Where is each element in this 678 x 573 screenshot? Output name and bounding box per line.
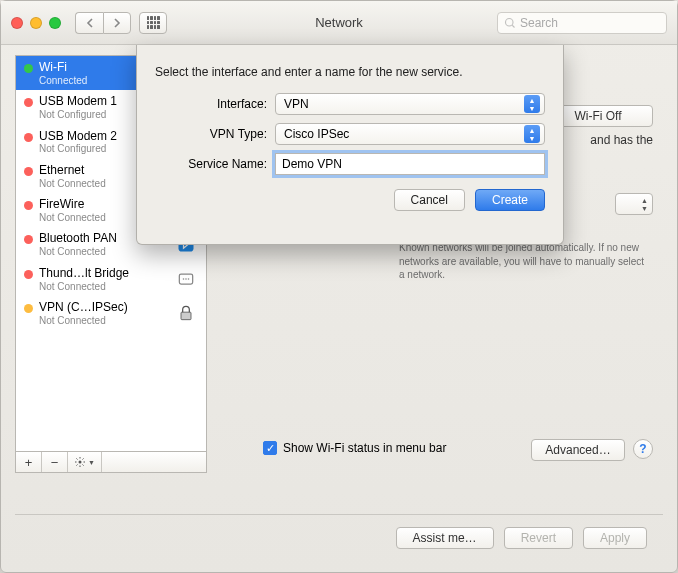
add-service-button[interactable]: + bbox=[16, 452, 42, 472]
show-all-button[interactable] bbox=[139, 12, 167, 34]
svg-point-0 bbox=[506, 18, 514, 26]
vpn-type-label: VPN Type: bbox=[155, 127, 267, 141]
services-toolbar: + − ▼ bbox=[15, 451, 207, 473]
interface-label: Interface: bbox=[155, 97, 267, 111]
back-forward-group bbox=[75, 12, 131, 34]
zoom-window-button[interactable] bbox=[49, 17, 61, 29]
vpn-type-value: Cisco IPSec bbox=[284, 127, 349, 141]
svg-point-13 bbox=[183, 278, 185, 280]
known-networks-description: Known networks will be joined automatica… bbox=[399, 241, 651, 282]
footer: Assist me… Revert Apply bbox=[15, 514, 663, 560]
status-text-tail: and has the bbox=[590, 133, 653, 147]
grid-icon bbox=[147, 16, 160, 29]
svg-point-14 bbox=[185, 278, 187, 280]
svg-rect-16 bbox=[181, 312, 191, 320]
status-dot-icon bbox=[24, 167, 33, 176]
network-window: Network Search Wi-FiConnectedUSB Modem 1… bbox=[0, 0, 678, 573]
interface-value: VPN bbox=[284, 97, 309, 111]
help-button[interactable]: ? bbox=[633, 439, 653, 459]
create-button[interactable]: Create bbox=[475, 189, 545, 211]
advanced-button[interactable]: Advanced… bbox=[531, 439, 625, 461]
show-status-checkbox[interactable]: ✓ Show Wi-Fi status in menu bar bbox=[263, 441, 446, 455]
interface-select[interactable]: VPN ▲▼ bbox=[275, 93, 545, 115]
service-name: Thund…lt Bridge bbox=[39, 267, 168, 281]
chevron-left-icon bbox=[86, 18, 94, 28]
service-item[interactable]: Thund…lt BridgeNot Connected bbox=[16, 262, 206, 296]
advanced-label: Advanced… bbox=[545, 443, 610, 457]
new-service-sheet: Select the interface and enter a name fo… bbox=[136, 45, 564, 245]
search-placeholder: Search bbox=[520, 16, 558, 30]
chevron-right-icon bbox=[113, 18, 121, 28]
remove-service-button[interactable]: − bbox=[42, 452, 68, 472]
status-dot-icon bbox=[24, 98, 33, 107]
ethernet-icon bbox=[174, 267, 198, 291]
back-button[interactable] bbox=[75, 12, 103, 34]
stepper-icon: ▲▼ bbox=[641, 197, 648, 212]
select-arrows-icon: ▲▼ bbox=[524, 95, 540, 113]
select-arrows-icon: ▲▼ bbox=[524, 125, 540, 143]
status-dot-icon bbox=[24, 201, 33, 210]
status-dot-icon bbox=[24, 270, 33, 279]
wifi-toggle-label: Wi-Fi Off bbox=[574, 109, 621, 123]
status-dot-icon bbox=[24, 64, 33, 73]
show-status-label: Show Wi-Fi status in menu bar bbox=[283, 441, 446, 455]
svg-point-15 bbox=[188, 278, 190, 280]
service-status: Not Connected bbox=[39, 315, 168, 327]
forward-button[interactable] bbox=[103, 12, 131, 34]
assist-me-button[interactable]: Assist me… bbox=[396, 527, 494, 549]
cancel-button[interactable]: Cancel bbox=[394, 189, 465, 211]
svg-point-17 bbox=[79, 461, 82, 464]
search-field[interactable]: Search bbox=[497, 12, 667, 34]
apply-button[interactable]: Apply bbox=[583, 527, 647, 549]
titlebar: Network Search bbox=[1, 1, 677, 45]
revert-button[interactable]: Revert bbox=[504, 527, 573, 549]
close-window-button[interactable] bbox=[11, 17, 23, 29]
service-item[interactable]: VPN (C…IPSec)Not Connected bbox=[16, 296, 206, 330]
status-dot-icon bbox=[24, 133, 33, 142]
status-dot-icon bbox=[24, 235, 33, 244]
vpn-icon bbox=[174, 301, 198, 325]
gear-icon bbox=[74, 456, 86, 468]
minimize-window-button[interactable] bbox=[30, 17, 42, 29]
search-icon bbox=[504, 17, 516, 29]
sheet-title: Select the interface and enter a name fo… bbox=[155, 65, 545, 79]
service-status: Not Connected bbox=[39, 281, 168, 293]
network-select[interactable]: ▲▼ bbox=[615, 193, 653, 215]
service-name-label: Service Name: bbox=[155, 157, 267, 171]
checkbox-checked-icon: ✓ bbox=[263, 441, 277, 455]
service-status: Not Connected bbox=[39, 246, 168, 258]
service-actions-button[interactable]: ▼ bbox=[68, 452, 102, 472]
service-name-input[interactable] bbox=[275, 153, 545, 175]
vpn-type-select[interactable]: Cisco IPSec ▲▼ bbox=[275, 123, 545, 145]
status-dot-icon bbox=[24, 304, 33, 313]
window-controls bbox=[1, 17, 61, 29]
service-name: VPN (C…IPSec) bbox=[39, 301, 168, 315]
window-title: Network bbox=[315, 15, 363, 30]
